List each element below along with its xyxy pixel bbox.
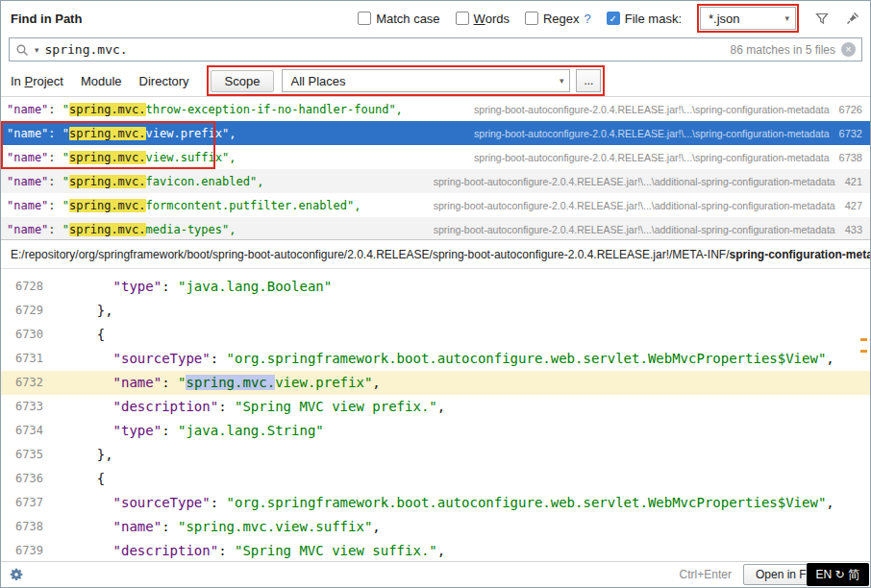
json-separator: :: [48, 151, 62, 164]
file-mask-checkbox[interactable]: File mask:: [607, 12, 682, 26]
scope-tab-scope-selected[interactable]: Scope: [211, 70, 275, 92]
result-row[interactable]: "name": "spring.mvc.media-types",spring-…: [1, 217, 870, 240]
code-segment: [64, 351, 113, 366]
line-number: 6731: [1, 347, 57, 371]
chevron-down-icon: [784, 13, 789, 23]
scroll-mark: [860, 338, 867, 341]
editor-line[interactable]: 6733 "description": "Spring MVC view pre…: [1, 395, 870, 419]
scope-tab-module[interactable]: Module: [81, 74, 122, 88]
match-case-label: Match case: [376, 12, 439, 26]
json-key: "name": [7, 151, 48, 164]
editor-line[interactable]: 6729 },: [1, 299, 870, 323]
scope-tab-directory[interactable]: Directory: [139, 74, 189, 88]
words-mnemonic: W: [474, 12, 485, 26]
code-segment: "org.springframework.boot.autoconfigure.…: [227, 495, 827, 510]
editor-scrollbar[interactable]: [859, 271, 869, 559]
scope-dropdown[interactable]: All Places: [282, 69, 570, 92]
editor-line[interactable]: 6737 "sourceType": "org.springframework.…: [1, 491, 870, 515]
result-match-text: "name": "spring.mvc.view.prefix",: [7, 127, 236, 140]
settings-gear-button[interactable]: [9, 567, 24, 582]
editor-line[interactable]: 6738 "name": "spring.mvc.view.suffix",: [1, 515, 870, 539]
code-segment: :: [162, 519, 178, 534]
result-row[interactable]: "name": "spring.mvc.view.prefix",spring-…: [1, 121, 870, 145]
result-location: spring-boot-autoconfigure-2.0.4.RELEASE.…: [474, 104, 862, 115]
checkbox-box[interactable]: [525, 12, 538, 25]
checkbox-box[interactable]: [358, 12, 371, 25]
json-key: "name": [7, 175, 48, 188]
code-segment: [64, 279, 113, 294]
code-segment: "type": [113, 423, 162, 438]
json-separator: :: [48, 103, 62, 116]
match-case-checkbox[interactable]: Match case: [358, 12, 439, 26]
result-file-path: spring-boot-autoconfigure-2.0.4.RELEASE.…: [474, 152, 829, 163]
result-line-number: 427: [845, 200, 862, 211]
result-row[interactable]: "name": "spring.mvc.favicon.enabled",spr…: [1, 169, 870, 193]
preview-file-path: E:/repository/org/springframework/boot/s…: [1, 240, 870, 269]
code-segment: "description": [113, 399, 219, 414]
checkbox-box[interactable]: [456, 12, 469, 25]
editor-line[interactable]: 6736 {: [1, 467, 870, 491]
in-project-pre: In: [11, 74, 24, 88]
line-number: 6732: [1, 371, 57, 395]
code-segment: },: [64, 447, 113, 462]
editor-line[interactable]: 6731 "sourceType": "org.springframework.…: [1, 347, 870, 371]
filter-button[interactable]: [814, 11, 830, 26]
line-number: 6737: [1, 491, 57, 515]
code-segment: spring.mvc.: [186, 375, 275, 390]
line-text: "name": "spring.mvc.view.prefix",: [57, 371, 381, 395]
json-string: ": [62, 151, 69, 164]
code-segment: :: [218, 399, 235, 414]
file-path-bold-tail: spring-configuration-metada: [729, 248, 870, 261]
line-number: 6735: [1, 443, 57, 467]
search-history-chevron-icon[interactable]: [35, 45, 39, 55]
code-segment: "sourceType": [113, 495, 211, 510]
scope-more-button[interactable]: ...: [576, 69, 601, 92]
code-segment: "type": [113, 279, 162, 294]
json-string: throw-exception-if-no-handler-found",: [146, 103, 403, 116]
result-line-number: 433: [845, 224, 862, 235]
editor-code: 6728 "type": "java.lang.Boolean"6729 },6…: [1, 269, 870, 561]
result-match-text: "name": "spring.mvc.throw-exception-if-n…: [7, 103, 403, 116]
search-input[interactable]: spring.mvc.: [45, 42, 725, 57]
file-mask-dropdown[interactable]: *.json: [700, 7, 796, 30]
code-segment: {: [64, 471, 105, 486]
code-segment: :: [162, 279, 178, 294]
editor-line[interactable]: 6739 "description": "Spring MVC view suf…: [1, 539, 870, 561]
result-match-text: "name": "spring.mvc.favicon.enabled",: [7, 175, 263, 188]
regex-help-link[interactable]: ?: [585, 12, 591, 26]
result-row[interactable]: "name": "spring.mvc.view.suffix",spring-…: [1, 145, 870, 169]
result-match-text: "name": "spring.mvc.formcontent.putfilte…: [7, 199, 361, 212]
json-key: "name": [7, 103, 48, 116]
words-label: Words: [474, 12, 510, 26]
in-project-rest: roject: [33, 74, 63, 88]
line-number: 6729: [1, 299, 57, 323]
regex-checkbox[interactable]: Regex ?: [525, 12, 591, 26]
editor-line[interactable]: 6732 "name": "spring.mvc.view.prefix",: [1, 371, 870, 395]
result-location: spring-boot-autoconfigure-2.0.4.RELEASE.…: [434, 200, 862, 211]
find-in-path-dialog: Find in Path Match case Words Regex ? Fi…: [0, 0, 871, 588]
editor-line[interactable]: 6735 },: [1, 443, 870, 467]
editor-line[interactable]: 6728 "type": "java.lang.Boolean": [1, 275, 870, 299]
editor-line[interactable]: 6734 "type": "java.lang.String": [1, 419, 870, 443]
clear-search-button[interactable]: [841, 42, 856, 57]
pin-window-button[interactable]: [845, 11, 860, 26]
search-field[interactable]: spring.mvc. 86 matches in 5 files: [9, 37, 862, 61]
editor-preview[interactable]: 6728 "type": "java.lang.Boolean"6729 },6…: [1, 269, 870, 561]
gear-icon: [9, 567, 24, 582]
result-row[interactable]: "name": "spring.mvc.throw-exception-if-n…: [1, 97, 870, 121]
search-icon: [15, 43, 29, 57]
ime-language-badge[interactable]: EN ↻ 简: [807, 563, 869, 586]
result-match-text: "name": "spring.mvc.view.suffix",: [7, 151, 236, 164]
search-match-highlight: spring.mvc.: [69, 199, 145, 212]
words-checkbox[interactable]: Words: [456, 12, 510, 26]
code-segment: view.prefix": [275, 375, 372, 390]
words-label-rest: ords: [485, 12, 510, 26]
scope-tab-in-project[interactable]: In Project: [11, 74, 63, 88]
line-text: "description": "Spring MVC view prefix."…: [57, 395, 445, 419]
result-file-path: spring-boot-autoconfigure-2.0.4.RELEASE.…: [434, 200, 835, 211]
code-segment: [64, 375, 113, 390]
checkbox-box-checked[interactable]: [607, 12, 620, 25]
editor-line[interactable]: 6730 {: [1, 323, 870, 347]
json-separator: :: [48, 199, 62, 212]
result-row[interactable]: "name": "spring.mvc.formcontent.putfilte…: [1, 193, 870, 217]
